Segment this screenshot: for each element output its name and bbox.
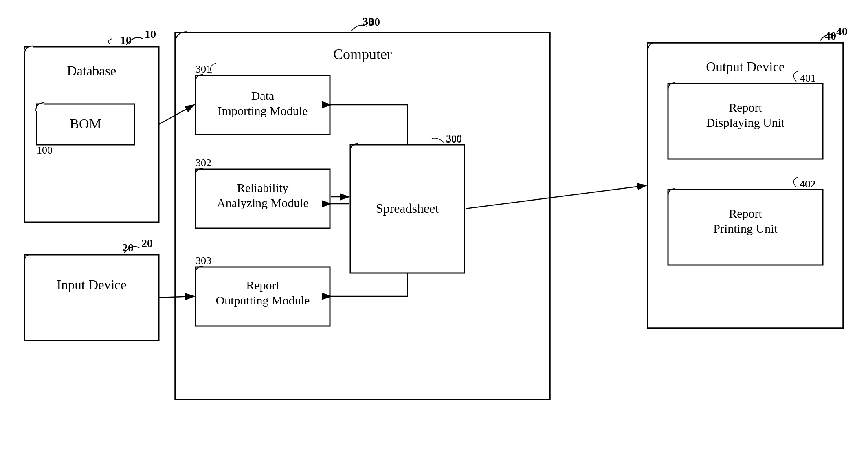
rom-label-line1: Report bbox=[246, 278, 279, 292]
ref-300-label: 300 bbox=[446, 133, 462, 145]
bom-ref-label: 100 bbox=[37, 144, 53, 156]
input-device-label: Input Device bbox=[57, 278, 126, 292]
svg-line-40 bbox=[466, 185, 646, 209]
svg-text:20: 20 bbox=[122, 241, 134, 254]
dim-label-line2: Importing Module bbox=[218, 104, 308, 117]
spreadsheet-label: Spreadsheet bbox=[376, 201, 439, 216]
rdu-label-line1: Report bbox=[729, 101, 762, 114]
bom-label: BOM bbox=[70, 116, 101, 131]
database-label: Database bbox=[67, 64, 116, 78]
ref-402-label: 402 bbox=[800, 178, 815, 190]
ref-20: 20 bbox=[141, 237, 153, 249]
svg-line-37 bbox=[159, 296, 194, 298]
main-canvas: 10 Database 100 BOM 20 Input Device 30 C… bbox=[0, 0, 868, 463]
svg-text:10: 10 bbox=[120, 34, 132, 46]
diagram-main-svg: 10 Database 100 BOM 20 Input Device 30 C… bbox=[0, 0, 868, 463]
computer-label: Computer bbox=[333, 46, 392, 62]
rpu-label-line1: Report bbox=[729, 207, 762, 220]
svg-line-36 bbox=[159, 105, 194, 124]
svg-text:40: 40 bbox=[825, 29, 836, 42]
ram-label-line2: Analyzing Module bbox=[217, 196, 309, 209]
ref-10: 10 bbox=[145, 28, 156, 40]
dim-ref-label: 301 bbox=[196, 63, 211, 75]
svg-rect-24 bbox=[24, 255, 159, 340]
ref-30: 30 bbox=[369, 15, 380, 28]
ram-label-line1: Reliability bbox=[237, 181, 289, 194]
rdu-ref-label: 401 bbox=[800, 72, 816, 84]
rpu-label-line2: Printing Unit bbox=[713, 222, 778, 235]
output-device-label: Output Device bbox=[706, 60, 784, 74]
rdu-label-line2: Displaying Unit bbox=[706, 116, 785, 129]
svg-rect-26 bbox=[175, 33, 550, 399]
ram-ref-label: 302 bbox=[196, 157, 211, 169]
ref-40: 40 bbox=[836, 25, 848, 37]
dim-label-line1: Data bbox=[251, 89, 275, 102]
rom-label-line2: Outputting Module bbox=[216, 293, 310, 307]
rom-ref-label: 303 bbox=[196, 255, 211, 267]
